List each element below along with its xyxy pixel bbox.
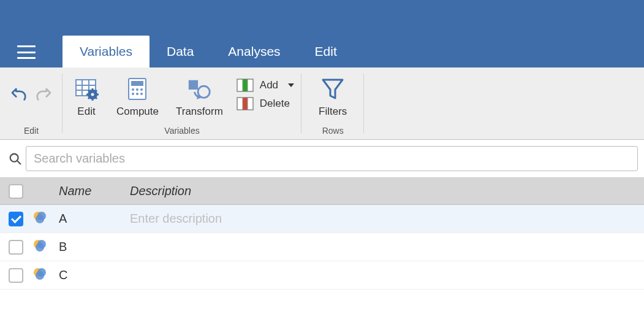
svg-rect-21	[189, 80, 198, 90]
search-row	[0, 140, 644, 177]
variable-type-icon	[32, 266, 56, 284]
svg-point-15	[132, 88, 134, 91]
table-row[interactable]: C	[0, 261, 644, 290]
variable-name[interactable]: A	[56, 212, 130, 226]
svg-point-12	[91, 93, 94, 96]
calculator-icon	[125, 76, 150, 102]
svg-point-16	[136, 88, 138, 91]
svg-point-22	[198, 86, 210, 98]
svg-marker-32	[323, 80, 343, 98]
variable-description[interactable]: Enter description	[130, 212, 644, 226]
row-checkbox[interactable]	[9, 240, 23, 255]
compute-button[interactable]: Compute	[108, 72, 167, 118]
main-menu-row: Variables Data Analyses Edit	[0, 4, 644, 67]
search-icon	[5, 152, 26, 166]
svg-rect-25	[243, 79, 248, 91]
svg-line-34	[17, 160, 21, 164]
ribbon-group-label-variables: Variables	[164, 125, 199, 137]
ribbon-group-label-rows: Rows	[322, 125, 344, 137]
tab-variables[interactable]: Variables	[63, 36, 150, 67]
add-variable-button[interactable]: Add	[237, 79, 294, 92]
svg-point-40	[36, 243, 44, 252]
ribbon-group-edit: Edit	[0, 67, 63, 139]
svg-point-19	[136, 93, 138, 95]
variable-name[interactable]: C	[56, 268, 130, 282]
svg-point-43	[36, 271, 44, 280]
edit-variable-button[interactable]: Edit	[65, 72, 108, 118]
variable-name[interactable]: B	[56, 240, 130, 254]
svg-point-37	[36, 215, 44, 223]
add-column-icon	[237, 79, 254, 92]
transform-icon	[186, 76, 212, 102]
search-input[interactable]	[26, 146, 638, 171]
tab-data[interactable]: Data	[150, 36, 211, 67]
table-row[interactable]: AEnter description	[0, 205, 644, 233]
tab-analyses[interactable]: Analyses	[211, 36, 297, 67]
filters-button[interactable]: Filters	[310, 72, 355, 118]
svg-point-17	[140, 88, 143, 91]
ribbon-group-label-edit: Edit	[24, 125, 39, 137]
ribbon-toolbar: Edit	[0, 67, 644, 140]
add-label: Add	[260, 79, 278, 91]
svg-point-18	[132, 93, 134, 95]
edit-variable-label: Edit	[77, 106, 95, 118]
redo-button[interactable]	[34, 86, 54, 107]
variable-type-icon	[32, 210, 56, 228]
hamburger-icon[interactable]	[17, 45, 36, 59]
ribbon-group-variables: Edit Compute	[63, 67, 301, 139]
undo-button[interactable]	[9, 86, 28, 107]
column-header-description[interactable]: Description	[130, 184, 644, 198]
column-header-name[interactable]: Name	[56, 184, 130, 198]
funnel-icon	[320, 76, 345, 102]
ribbon-group-rows: Filters Rows	[301, 67, 364, 139]
chevron-down-icon	[288, 83, 294, 87]
transform-button[interactable]: Transform	[167, 72, 232, 118]
row-checkbox[interactable]	[9, 268, 23, 283]
delete-label: Delete	[260, 98, 290, 110]
row-checkbox[interactable]	[9, 212, 23, 226]
app-header: Variables Data Analyses Edit	[0, 0, 644, 67]
table-row[interactable]: B	[0, 233, 644, 261]
tab-edit[interactable]: Edit	[298, 36, 354, 67]
svg-rect-29	[243, 98, 248, 110]
svg-rect-14	[131, 81, 143, 86]
filters-label: Filters	[319, 106, 347, 118]
delete-column-icon	[237, 97, 254, 110]
add-delete-stack: Add Delete	[232, 72, 299, 110]
transform-label: Transform	[176, 106, 223, 118]
table-header-row: Name Description	[0, 178, 644, 205]
compute-label: Compute	[116, 106, 159, 118]
grid-gear-icon	[74, 76, 99, 102]
variables-table: Name Description AEnter descriptionBC	[0, 177, 644, 290]
delete-variable-button[interactable]: Delete	[237, 97, 294, 110]
variable-type-icon	[32, 238, 56, 256]
svg-point-20	[140, 93, 143, 95]
redo-icon	[34, 86, 54, 104]
select-all-checkbox[interactable]	[9, 184, 23, 199]
undo-icon	[9, 86, 28, 104]
